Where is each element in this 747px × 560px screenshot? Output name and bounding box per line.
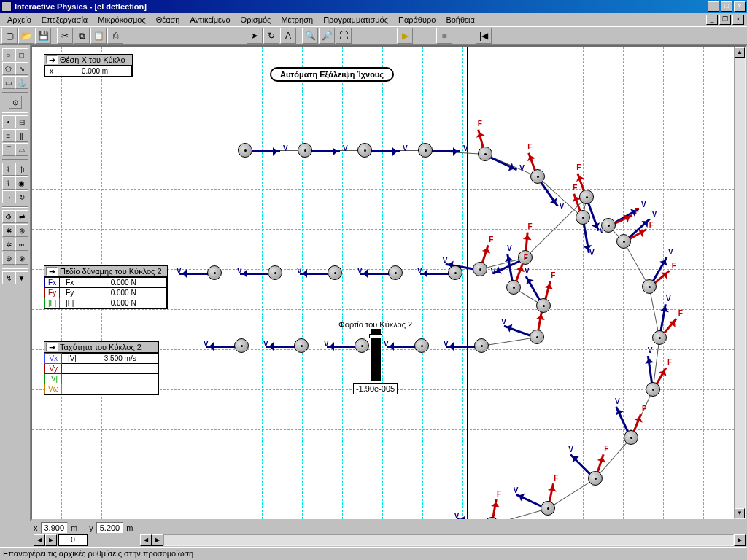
vertical-scrollbar[interactable]: ▲ ▼ — [734, 47, 746, 519]
run-button[interactable]: ▶ — [397, 28, 413, 44]
particle[interactable] — [184, 520, 198, 521]
rect-tool[interactable]: ▭ — [2, 76, 15, 89]
text-tool[interactable]: A — [280, 28, 296, 44]
pin-tool[interactable]: • — [2, 115, 15, 128]
menu-file[interactable]: Αρχείο — [3, 15, 36, 25]
damper-tool[interactable]: ⫛ — [15, 163, 28, 176]
print-button[interactable]: ⎙ — [107, 28, 123, 44]
scroll-down-button[interactable]: ▼ — [735, 508, 745, 518]
particle[interactable] — [238, 143, 252, 158]
zoom-in-button[interactable]: 🔍 — [302, 28, 318, 44]
arrow-tool[interactable]: ➤ — [247, 28, 263, 44]
menu-script[interactable]: Προγραμματισμός — [319, 15, 392, 25]
minimize-button[interactable]: _ — [708, 1, 719, 12]
particle[interactable] — [646, 382, 660, 397]
open-button[interactable]: 📂 — [18, 28, 34, 44]
pulley-tool[interactable]: ⊛ — [15, 224, 28, 237]
square-tool[interactable]: □ — [15, 48, 28, 61]
particle[interactable] — [478, 147, 492, 161]
mdi-close-button[interactable]: × — [732, 15, 744, 25]
particle[interactable] — [234, 338, 249, 353]
particle[interactable] — [418, 143, 433, 158]
zoom-fit-button[interactable]: ⛶ — [336, 28, 352, 44]
spring2-tool[interactable]: ⌇ — [2, 176, 15, 190]
slider-track[interactable] — [371, 329, 381, 381]
scroll-right-button[interactable]: ▶ — [152, 534, 163, 546]
auto-erase-button[interactable]: Αυτόματη Εξάλειψη Ίχνους — [270, 67, 394, 82]
stop-button[interactable]: ■ — [436, 28, 452, 44]
mdi-minimize-button[interactable]: _ — [706, 15, 718, 25]
particle[interactable] — [588, 471, 603, 486]
rope2-tool[interactable]: ⌓ — [15, 143, 28, 156]
menu-edit[interactable]: Επεξεργασία — [37, 15, 92, 25]
velocity-meter[interactable]: ➔Ταχύτητα του Κύκλος 2 Vx|V|3.500 m/s Vy… — [44, 341, 159, 395]
reset-button[interactable]: |◀ — [476, 28, 492, 44]
charge-slider[interactable]: Φορτίο του Κύκλος 2 -1.90e-005 — [338, 320, 412, 394]
particle[interactable] — [536, 298, 551, 313]
joint-tool[interactable]: ≡ — [2, 129, 15, 142]
misc2-tool[interactable]: ⊗ — [15, 252, 28, 265]
force-tool[interactable]: → — [2, 190, 15, 203]
particle[interactable] — [364, 520, 379, 521]
particle[interactable] — [579, 190, 594, 204]
particle[interactable] — [388, 265, 403, 280]
copy-button[interactable]: ⧉ — [74, 28, 90, 44]
menu-world[interactable]: Μικρόκοσμος — [93, 15, 150, 25]
frame-number[interactable]: 0 — [58, 534, 88, 546]
particle[interactable] — [624, 430, 638, 445]
save-button[interactable]: 💾 — [35, 28, 51, 44]
menu-window[interactable]: Παράθυρο — [394, 15, 440, 25]
spring-tool[interactable]: ⌇ — [2, 163, 15, 176]
slot-tool[interactable]: ⊟ — [15, 115, 28, 128]
curve-tool[interactable]: ∿ — [15, 62, 28, 75]
rope-tool[interactable]: ⌒ — [2, 143, 15, 156]
menu-object[interactable]: Αντικείμενο — [185, 15, 234, 25]
misc3-tool[interactable]: ↯ — [2, 271, 15, 284]
particle[interactable] — [530, 169, 545, 184]
scroll-up-button[interactable]: ▲ — [735, 47, 745, 58]
actuator-tool[interactable]: ⇄ — [15, 210, 28, 223]
close-button[interactable]: × — [734, 1, 746, 12]
gear2-tool[interactable]: ✲ — [2, 238, 15, 251]
rotspring-tool[interactable]: ◉ — [15, 176, 28, 190]
point-tool[interactable]: ⊙ — [9, 96, 22, 109]
particle[interactable] — [414, 338, 429, 353]
joint2-tool[interactable]: ‖ — [15, 129, 28, 142]
circle-tool[interactable]: ○ — [2, 48, 15, 61]
particle[interactable] — [473, 262, 487, 276]
horizontal-scrollbar[interactable] — [163, 534, 734, 546]
menu-view[interactable]: Θέαση — [152, 15, 185, 25]
particle[interactable] — [642, 279, 657, 294]
rotate-tool[interactable]: ↻ — [263, 28, 279, 44]
particle[interactable] — [304, 520, 319, 521]
anchor-tool[interactable]: ⚓ — [15, 76, 28, 89]
frame-next-button[interactable]: ▶ — [45, 534, 57, 546]
scroll-left-button[interactable]: ◀ — [140, 534, 152, 546]
particle[interactable] — [146, 520, 160, 521]
particle[interactable] — [601, 218, 616, 233]
collapse-icon[interactable]: ➔ — [46, 343, 58, 351]
mdi-restore-button[interactable]: ❐ — [719, 15, 731, 25]
particle[interactable] — [530, 330, 544, 344]
menu-measure[interactable]: Μέτρηση — [276, 15, 317, 25]
particle[interactable] — [616, 234, 631, 249]
particle[interactable] — [207, 265, 222, 280]
paste-button[interactable]: 📋 — [90, 28, 107, 44]
collapse-icon[interactable]: ➔ — [46, 267, 58, 276]
scroll-end-button[interactable]: ▶ — [734, 534, 746, 546]
belt-tool[interactable]: ∞ — [15, 238, 28, 251]
particle[interactable] — [357, 143, 372, 158]
menu-define[interactable]: Ορισμός — [236, 15, 276, 25]
particle[interactable] — [541, 501, 555, 516]
particle[interactable] — [506, 280, 521, 295]
misc-tool[interactable]: ⊕ — [2, 252, 15, 265]
misc4-tool[interactable]: ▼ — [15, 271, 28, 284]
torque-tool[interactable]: ↻ — [15, 190, 28, 203]
polygon-tool[interactable]: ⬠ — [2, 62, 15, 75]
menu-help[interactable]: Βοήθεια — [441, 15, 479, 25]
force-meter[interactable]: ➔Πεδίο δύναμης του Κύκλος 2 FxFx0.000 N … — [44, 265, 168, 309]
particle[interactable] — [328, 265, 342, 280]
particle[interactable] — [298, 143, 312, 158]
position-meter[interactable]: ➔Θέση X του Κύκλο x0.000 m — [44, 54, 133, 77]
collapse-icon[interactable]: ➔ — [46, 55, 58, 64]
